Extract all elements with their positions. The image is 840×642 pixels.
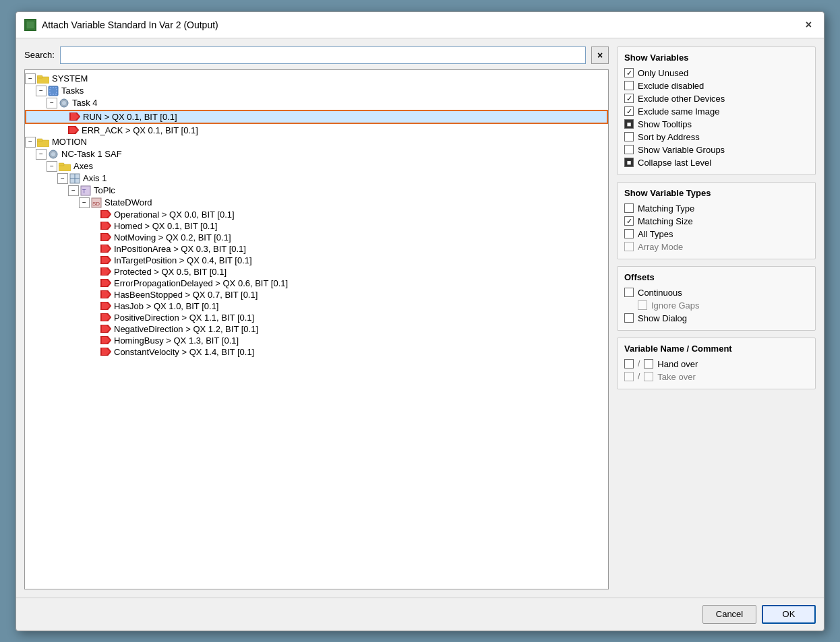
tree-toggle[interactable]: − (25, 137, 36, 148)
search-input[interactable] (60, 46, 586, 64)
tree-item[interactable]: Protected > QX 0.5, BIT [0.1] (25, 266, 608, 278)
tree-item[interactable]: HomingBusy > QX 1.3, BIT [0.1] (25, 335, 608, 346)
tree-label: Operational > QX 0.0, BIT [0.1] (114, 210, 235, 220)
tree-item[interactable]: ERR_ACK > QX 0.1, BIT [0.1] (25, 125, 608, 136)
cancel-button[interactable]: Cancel (702, 605, 756, 624)
right-panel: Show Variables ✓ Only Unused Exclude dis… (617, 46, 816, 589)
tree-item[interactable]: −Tasks (25, 85, 608, 97)
tree-label: NotMoving > QX 0.2, BIT [0.1] (114, 232, 231, 243)
label-hand_over[interactable]: Hand over (657, 359, 698, 369)
label-exclude_disabled[interactable]: Exclude disabled (638, 81, 704, 91)
label-show_dialog[interactable]: Show Dialog (638, 313, 687, 323)
option-row: ✓ Only Unused (624, 67, 808, 79)
tree-label: RUN > QX 0.1, BIT [0.1] (83, 112, 177, 122)
checkbox-array_mode (624, 242, 634, 251)
checkbox-show_variable_groups[interactable] (624, 145, 634, 154)
tree-label: Homed > QX 0.1, BIT [0.1] (114, 221, 217, 231)
tree-label: SYSTEM (52, 73, 88, 84)
checkbox-exclude_disabled[interactable] (624, 81, 634, 90)
search-label: Search: (24, 50, 55, 60)
option-row: Show Variable Groups (624, 143, 808, 156)
tree-toggle[interactable]: − (79, 197, 90, 208)
checkbox-take_over (644, 372, 653, 381)
tree-item[interactable]: −Axes (25, 160, 608, 172)
tree-item[interactable]: Operational > QX 0.0, BIT [0.1] (25, 209, 608, 220)
left-panel: Search: × −SYSTEM−Tasks−Task 4RUN > QX 0… (24, 46, 609, 589)
offsets-group: Offsets Continuous Ignore Gaps Show Dial… (617, 266, 816, 331)
close-button[interactable]: × (802, 18, 816, 32)
checkbox-collapse_last_level[interactable]: ■ (624, 158, 634, 167)
checkbox-slash-hand_over[interactable] (624, 359, 634, 368)
checkbox-matching_type[interactable] (624, 203, 634, 213)
option-row: / Hand over (624, 358, 808, 371)
label-matching_size[interactable]: Matching Size (638, 216, 693, 226)
label-exclude_same_image[interactable]: Exclude same Image (638, 106, 719, 117)
label-sort_by_address[interactable]: Sort by Address (638, 132, 700, 142)
label-collapse_last_level[interactable]: Collapse last Level (638, 158, 711, 168)
label-only_unused[interactable]: Only Unused (638, 68, 688, 78)
tree-item[interactable]: ErrorPropagationDelayed > QX 0.6, BIT [0… (25, 278, 608, 289)
tree-toggle[interactable]: − (57, 173, 68, 184)
checkbox-exclude_other_devices[interactable]: ✓ (624, 94, 634, 103)
checkbox-only_unused[interactable]: ✓ (624, 68, 634, 77)
tree-item[interactable]: HasJob > QX 1.0, BIT [0.1] (25, 300, 608, 312)
tree-label: NC-Task 1 SAF (61, 149, 122, 159)
tree-toggle[interactable]: − (25, 73, 36, 84)
offsets-options: Continuous Ignore Gaps Show Dialog (624, 286, 808, 325)
option-row: Matching Type (624, 202, 808, 215)
tree-label: Task 4 (72, 98, 98, 108)
checkbox-matching_size[interactable]: ✓ (624, 216, 634, 226)
tree-item[interactable]: InPositionArea > QX 0.3, BIT [0.1] (25, 243, 608, 255)
tree-item[interactable]: InTargetPosition > QX 0.4, BIT [0.1] (25, 255, 608, 266)
tree-item[interactable]: −SDStateDWord (25, 197, 608, 209)
svg-text:SD: SD (92, 201, 100, 207)
tree-item[interactable]: RUN > QX 0.1, BIT [0.1] (25, 110, 608, 124)
tree-item[interactable]: −Axis 1 (25, 172, 608, 185)
label-continuous[interactable]: Continuous (638, 288, 682, 298)
checkbox-sort_by_address[interactable] (624, 132, 634, 141)
svg-point-16 (51, 152, 55, 156)
label-show_tooltips[interactable]: Show Tooltips (638, 119, 692, 129)
show-variables-group: Show Variables ✓ Only Unused Exclude dis… (617, 46, 816, 175)
option-row: Ignore Gaps (624, 299, 808, 312)
search-clear-button[interactable]: × (591, 46, 609, 64)
svg-point-8 (62, 101, 66, 105)
label-show_variable_groups[interactable]: Show Variable Groups (638, 145, 725, 155)
tree-label: StateDWord (104, 197, 152, 207)
tree-item[interactable]: PositiveDirection > QX 1.1, BIT [0.1] (25, 312, 608, 323)
label-all_types[interactable]: All Types (638, 229, 673, 239)
checkbox-hand_over[interactable] (644, 359, 653, 368)
label-exclude_other_devices[interactable]: Exclude other Devices (638, 94, 725, 104)
tree-toggle[interactable]: − (36, 149, 47, 160)
label-ignore_gaps: Ignore Gaps (651, 300, 700, 311)
tree-item[interactable]: ConstantVelocity > QX 1.4, BIT [0.1] (25, 346, 608, 358)
checkbox-all_types[interactable] (624, 229, 634, 238)
tree-toggle[interactable]: − (47, 98, 57, 108)
checkbox-show_tooltips[interactable]: ■ (624, 119, 634, 129)
tree-toggle[interactable]: − (36, 86, 47, 96)
tree-item[interactable]: −TToPlc (25, 185, 608, 197)
option-row: All Types (624, 228, 808, 240)
checkbox-exclude_same_image[interactable]: ✓ (624, 106, 634, 116)
option-row: ■ Collapse last Level (624, 156, 808, 169)
variable-name-group: Variable Name / Comment / Hand over / Ta… (617, 338, 816, 389)
tree-item[interactable]: Homed > QX 0.1, BIT [0.1] (25, 220, 608, 232)
tree-item[interactable]: −SYSTEM (25, 73, 608, 85)
checkbox-show_dialog[interactable] (624, 313, 634, 323)
tree-item[interactable]: −NC-Task 1 SAF (25, 148, 608, 160)
tree-item[interactable]: NegativeDirection > QX 1.2, BIT [0.1] (25, 323, 608, 335)
tree-container[interactable]: −SYSTEM−Tasks−Task 4RUN > QX 0.1, BIT [0… (24, 69, 609, 589)
tree-toggle[interactable]: − (47, 161, 57, 172)
tree-label: PositiveDirection > QX 1.1, BIT [0.1] (114, 313, 254, 323)
tree-item[interactable]: HasBeenStopped > QX 0.7, BIT [0.1] (25, 289, 608, 300)
show-variables-title: Show Variables (624, 53, 808, 63)
show-variables-options: ✓ Only Unused Exclude disabled ✓ Exclude… (624, 67, 808, 169)
ok-button[interactable]: OK (762, 605, 816, 624)
tree-item[interactable]: −Task 4 (25, 97, 608, 109)
tree-item[interactable]: −MOTION (25, 136, 608, 148)
tree-item[interactable]: NotMoving > QX 0.2, BIT [0.1] (25, 232, 608, 243)
tree-toggle[interactable]: − (68, 185, 79, 196)
label-matching_type[interactable]: Matching Type (638, 203, 694, 214)
checkbox-continuous[interactable] (624, 288, 634, 297)
dialog: Attach Variable Standard In Var 2 (Outpu… (16, 11, 824, 631)
